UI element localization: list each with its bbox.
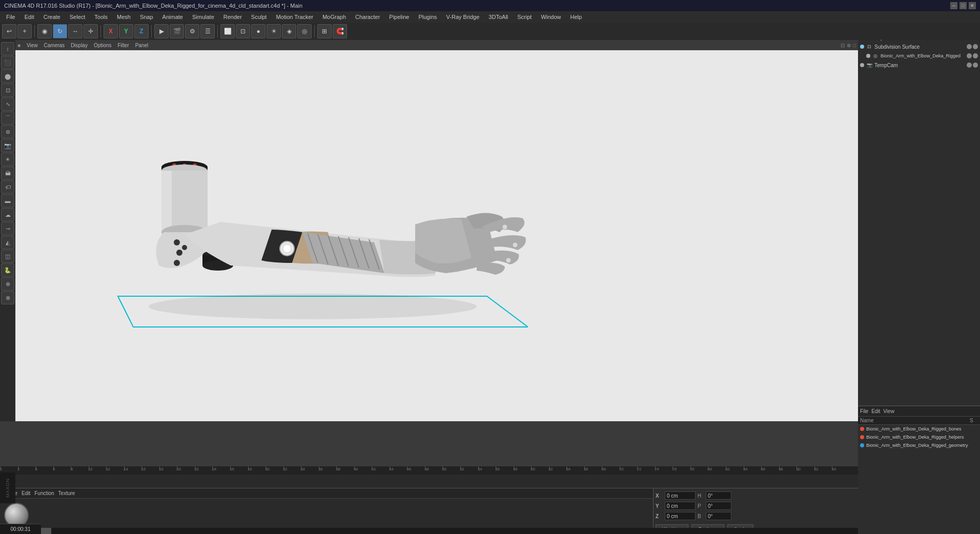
sidebar-spline[interactable]: ∿ (1, 97, 14, 111)
scale-tool-button[interactable]: ↔ (68, 24, 83, 38)
coord-b-input[interactable] (706, 512, 731, 520)
sidebar-tag[interactable]: 🏷 (1, 180, 14, 194)
sidebar-deformer[interactable]: ⊛ (1, 125, 14, 138)
scene-edit-menu[interactable]: Edit (871, 408, 880, 414)
sidebar-cylinder[interactable]: ⊡ (1, 84, 14, 97)
menu-vray-bridge[interactable]: V-Ray Bridge (442, 13, 484, 21)
sidebar-nurbs[interactable]: ⌒ (1, 111, 14, 125)
sidebar-extra1[interactable]: ⊕ (1, 277, 14, 291)
sidebar-sky[interactable]: ☁ (1, 208, 14, 221)
sidebar-cube[interactable]: ⬛ (1, 56, 14, 69)
menu-plugins[interactable]: Plugins (414, 13, 441, 21)
subdiv-vis-1[interactable] (967, 44, 972, 49)
sidebar-material[interactable]: ◭ (1, 236, 14, 249)
sidebar-bend[interactable]: ⊸ (1, 222, 14, 235)
redo-button[interactable]: + (17, 24, 32, 38)
scene-item-helpers[interactable]: Bionic_Arm_with_Elbow_Deka_Rigged_helper… (858, 433, 980, 441)
menu-render[interactable]: Render (219, 13, 246, 21)
viewport-sync-icon[interactable]: ⊗ (847, 43, 851, 48)
maximize-button[interactable]: □ (959, 2, 967, 9)
mat-edit-menu[interactable]: Edit (22, 490, 30, 496)
light-button[interactable]: ☀ (267, 24, 281, 38)
menu-character[interactable]: Character (351, 13, 384, 21)
menu-sculpt[interactable]: Sculpt (247, 13, 271, 21)
render-queue-button[interactable]: ☰ (200, 24, 215, 38)
menu-tools[interactable]: Tools (90, 13, 112, 21)
menu-mograph[interactable]: MoGraph (318, 13, 350, 21)
coord-p-input[interactable] (706, 502, 731, 510)
texture-button[interactable]: ◈ (282, 24, 296, 38)
render-settings-button[interactable]: ⚙ (185, 24, 199, 38)
tempcam-vis-1[interactable] (967, 63, 972, 68)
menu-file[interactable]: File (2, 13, 19, 21)
snap-button[interactable]: 🧲 (333, 24, 347, 38)
menu-select[interactable]: Select (66, 13, 90, 21)
coord-x-pos-input[interactable] (665, 491, 696, 500)
viewport-maximize-icon[interactable]: □ (853, 43, 856, 48)
render-view-button[interactable]: ▶ (154, 24, 169, 38)
subdiv-vis-2[interactable] (973, 44, 978, 49)
coord-h-input[interactable] (706, 491, 731, 500)
coord-y-pos-input[interactable] (665, 502, 696, 510)
sidebar-python[interactable]: 🐍 (1, 263, 14, 277)
timeline-track[interactable] (0, 475, 858, 488)
viewport-panel-menu[interactable]: Panel (135, 43, 149, 48)
scene-file-menu[interactable]: File (860, 408, 868, 414)
live-selection-button[interactable]: ◉ (37, 24, 52, 38)
sidebar-extra2[interactable]: ⊗ (1, 291, 14, 304)
viewport-cameras-menu[interactable]: Cameras (44, 43, 65, 48)
menu-script[interactable]: Script (513, 13, 536, 21)
viewport-content[interactable] (15, 50, 858, 421)
sidebar-camera[interactable]: 📷 (1, 139, 14, 152)
wireframe-button[interactable]: ⊡ (236, 24, 250, 38)
sidebar-texture[interactable]: ◫ (1, 250, 14, 263)
shading-button[interactable]: ● (251, 24, 266, 38)
tempcam-vis-2[interactable] (973, 63, 978, 68)
scene-item-geometry[interactable]: Bionic_Arm_with_Elbow_Deka_Rigged_geomet… (858, 441, 980, 449)
menu-mesh[interactable]: Mesh (113, 13, 135, 21)
viewport-layout-icon[interactable]: ⊡ (841, 43, 845, 48)
menu-motion-tracker[interactable]: Motion Tracker (272, 13, 317, 21)
axis-x-button[interactable]: X (104, 24, 118, 38)
bottom-scrollbar[interactable] (41, 528, 858, 534)
minimize-button[interactable]: ─ (950, 2, 957, 9)
move-tool-button[interactable]: ✛ (84, 24, 98, 38)
object-tree-item-subdivision[interactable]: ⊡ Subdivision Surface (858, 42, 980, 51)
sidebar-floor[interactable]: ▬ (1, 194, 14, 208)
viewport-view-menu[interactable]: View (27, 43, 38, 48)
sidebar-sphere[interactable]: ⬤ (1, 70, 14, 83)
timeline-ruler[interactable]: 0246810121416182022242628303234363840424… (0, 466, 858, 475)
undo-button[interactable]: ↩ (2, 24, 16, 38)
rotate-tool-button[interactable]: ↻ (53, 24, 67, 38)
viewport-filter-menu[interactable]: Filter (117, 43, 129, 48)
menu-pipeline[interactable]: Pipeline (385, 13, 413, 21)
scrollbar-thumb[interactable] (41, 528, 51, 534)
menu-window[interactable]: Window (537, 13, 565, 21)
sidebar-move[interactable]: ↕ (1, 42, 14, 55)
scene-view-menu[interactable]: View (883, 408, 894, 414)
mat-function-menu[interactable]: Function (34, 490, 54, 496)
coord-z-pos-input[interactable] (665, 512, 696, 520)
sidebar-light[interactable]: ☀ (1, 153, 14, 166)
display-mode-button[interactable]: ⬜ (220, 24, 235, 38)
bionic-vis-1[interactable] (967, 53, 972, 58)
mat-texture-menu[interactable]: Texture (58, 490, 75, 496)
grid-button[interactable]: ⊞ (317, 24, 332, 38)
sidebar-scene[interactable]: 🏔 (1, 167, 14, 180)
menu-edit[interactable]: Edit (21, 13, 38, 21)
viewport-options-menu[interactable]: Options (94, 43, 111, 48)
close-button[interactable]: ✕ (969, 2, 976, 9)
menu-help[interactable]: Help (566, 13, 586, 21)
menu-simulate[interactable]: Simulate (188, 13, 218, 21)
viewport-display-menu[interactable]: Display (71, 43, 88, 48)
axis-y-button[interactable]: Y (119, 24, 133, 38)
axis-z-button[interactable]: Z (134, 24, 149, 38)
menu-snap[interactable]: Snap (136, 13, 157, 21)
ao-button[interactable]: ◎ (297, 24, 312, 38)
menu-3dtoall[interactable]: 3DToAll (484, 13, 512, 21)
object-tree-item-bionic-arm[interactable]: ◎ Bionic_Arm_with_Elbow_Deka_Rigged (858, 51, 980, 60)
menu-create[interactable]: Create (39, 13, 65, 21)
timeline[interactable]: 0246810121416182022242628303234363840424… (0, 466, 858, 488)
object-tree-item-tempcam[interactable]: 📷 TempCam (858, 60, 980, 70)
render-pic-button[interactable]: 🎬 (170, 24, 184, 38)
